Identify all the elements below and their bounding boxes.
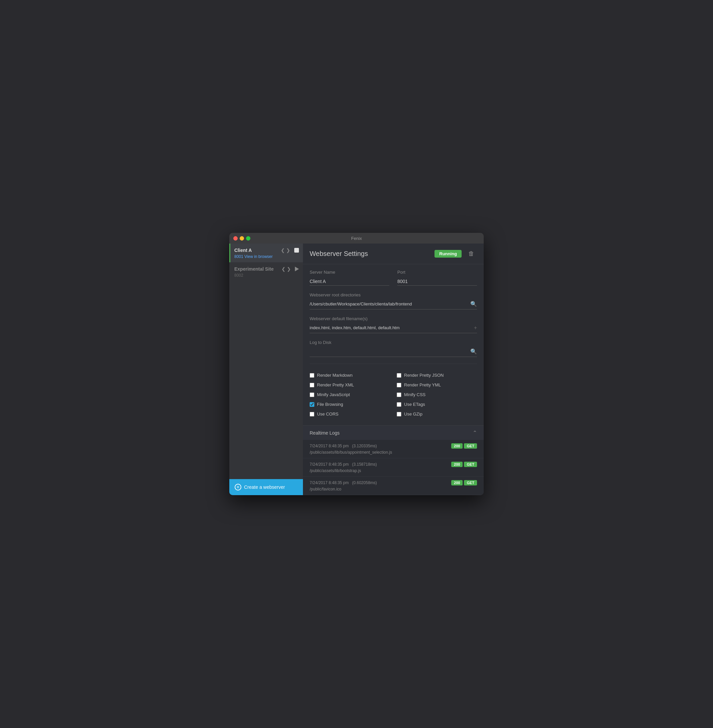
checkbox-render_pretty_json[interactable] bbox=[397, 373, 401, 378]
right-panel: Webserver Settings Running 🗑 Server Name… bbox=[303, 244, 484, 495]
traffic-lights bbox=[233, 236, 251, 241]
checkbox-render_markdown[interactable] bbox=[310, 373, 314, 378]
method-badge: GET bbox=[464, 462, 477, 467]
default-filenames-label: Webserver default filename(s) bbox=[310, 316, 477, 321]
root-dir-field: 🔍 bbox=[310, 300, 477, 310]
checkbox-use_cors[interactable] bbox=[310, 412, 314, 417]
checkbox-minify_javascript[interactable] bbox=[310, 392, 314, 397]
log-timestamp: 7/24/2017 8:48:35 pm (3.158718ms) bbox=[310, 462, 377, 467]
sidebar-icons-active: ❮ ❯ bbox=[279, 247, 299, 254]
plus-circle-icon: + bbox=[235, 484, 241, 490]
default-filenames-input[interactable] bbox=[310, 324, 474, 332]
close-button[interactable] bbox=[233, 236, 238, 241]
checkbox-item-minify_css[interactable]: Minify CSS bbox=[397, 392, 477, 397]
checkbox-item-render_pretty_yml[interactable]: Render Pretty YML bbox=[397, 383, 477, 387]
checkbox-label-minify_css: Minify CSS bbox=[404, 392, 425, 397]
checkbox-label-render_pretty_yml: Render Pretty YML bbox=[404, 383, 441, 387]
sidebar-item-port-exp: 8002 bbox=[234, 273, 299, 278]
checkbox-label-minify_javascript: Minify JavaScript bbox=[317, 392, 350, 397]
create-webserver-label: Create a webserver bbox=[244, 484, 285, 490]
main-content: Client A ❮ ❯ 8001 View in browser Experi… bbox=[229, 244, 484, 495]
collapse-logs-icon[interactable]: ⌃ bbox=[473, 430, 477, 436]
logs-header[interactable]: Realtime Logs ⌃ bbox=[303, 426, 484, 440]
default-filenames-field: + bbox=[310, 324, 477, 333]
method-badge: GET bbox=[464, 480, 477, 485]
log-to-disk-label: Log to Disk bbox=[310, 340, 477, 345]
log-badges: 200 GET bbox=[451, 462, 477, 467]
checkbox-label-render_pretty_xml: Render Pretty XML bbox=[317, 383, 354, 387]
settings-body: Server Name Port Webserver root director… bbox=[303, 264, 484, 425]
log-path: /public/favicon.ico bbox=[310, 487, 477, 491]
log-to-disk-field: 🔍 bbox=[310, 348, 477, 357]
checkbox-render_pretty_xml[interactable] bbox=[310, 383, 314, 387]
checkbox-label-use_gzip: Use GZip bbox=[404, 411, 422, 417]
checkbox-item-file_browsing[interactable]: File Browsing bbox=[310, 402, 390, 407]
root-dir-group: Webserver root directories 🔍 bbox=[310, 292, 477, 310]
checkbox-label-render_markdown: Render Markdown bbox=[317, 373, 352, 378]
delete-server-button[interactable]: 🗑 bbox=[465, 249, 477, 259]
search-icon[interactable]: 🔍 bbox=[470, 301, 477, 307]
sidebar: Client A ❮ ❯ 8001 View in browser Experi… bbox=[229, 244, 303, 495]
log-top-row: 7/24/2017 8:48:35 pm (3.158718ms) 200 GE… bbox=[310, 462, 477, 467]
checkbox-file_browsing[interactable] bbox=[310, 402, 314, 407]
checkbox-use_etags[interactable] bbox=[397, 402, 401, 407]
port-label: Port bbox=[397, 269, 477, 275]
name-port-row: Server Name Port bbox=[310, 269, 477, 286]
log-path: /public/assets/lib/bootstrap.js bbox=[310, 468, 477, 473]
log-top-row: 7/24/2017 8:48:35 pm (0.602058ms) 200 GE… bbox=[310, 480, 477, 485]
share-button-active[interactable]: ❮ ❯ bbox=[279, 247, 292, 254]
checkbox-label-render_pretty_json: Render Pretty JSON bbox=[404, 373, 444, 378]
checkbox-item-use_etags[interactable]: Use ETags bbox=[397, 402, 477, 407]
add-filename-icon[interactable]: + bbox=[474, 325, 477, 331]
logs-section: Realtime Logs ⌃ 7/24/2017 8:48:35 pm (3.… bbox=[303, 425, 484, 495]
checkbox-item-minify_javascript[interactable]: Minify JavaScript bbox=[310, 392, 390, 397]
method-badge: GET bbox=[464, 443, 477, 449]
checkbox-item-use_cors[interactable]: Use CORS bbox=[310, 411, 390, 417]
titlebar: Fenix bbox=[229, 233, 484, 244]
default-filenames-group: Webserver default filename(s) + bbox=[310, 316, 477, 333]
server-name-input[interactable] bbox=[310, 277, 389, 286]
log-entry: 7/24/2017 8:48:35 pm (3.158718ms) 200 GE… bbox=[303, 459, 484, 477]
log-badges: 200 GET bbox=[451, 480, 477, 485]
checkbox-item-render_markdown[interactable]: Render Markdown bbox=[310, 373, 390, 378]
checkbox-label-file_browsing: File Browsing bbox=[317, 402, 343, 407]
log-entry: 7/24/2017 8:48:35 pm (0.602058ms) 200 GE… bbox=[303, 477, 484, 495]
checkbox-item-render_pretty_json[interactable]: Render Pretty JSON bbox=[397, 373, 477, 378]
sidebar-item-port-active[interactable]: 8001 View in browser bbox=[234, 254, 299, 259]
settings-header: Webserver Settings Running 🗑 bbox=[303, 244, 484, 264]
create-webserver-button[interactable]: + Create a webserver bbox=[229, 479, 303, 495]
window-title: Fenix bbox=[351, 236, 362, 241]
sidebar-item-experimental[interactable]: Experimental Site ❮ ❯ 8002 bbox=[229, 262, 303, 281]
port-input[interactable] bbox=[397, 277, 477, 286]
log-to-disk-group: Log to Disk 🔍 bbox=[310, 340, 477, 357]
status-badge: 200 bbox=[451, 443, 462, 449]
log-search-icon[interactable]: 🔍 bbox=[470, 348, 477, 354]
server-name-field: Server Name bbox=[310, 269, 389, 286]
play-button-exp[interactable] bbox=[295, 266, 299, 271]
settings-title: Webserver Settings bbox=[310, 250, 431, 258]
status-badge: 200 bbox=[451, 480, 462, 485]
sidebar-item-client-a[interactable]: Client A ❮ ❯ 8001 View in browser bbox=[229, 244, 303, 262]
stop-button-active[interactable] bbox=[294, 248, 299, 253]
log-timestamp: 7/24/2017 8:48:35 pm (0.602058ms) bbox=[310, 481, 377, 485]
checkbox-use_gzip[interactable] bbox=[397, 412, 401, 417]
port-field: Port bbox=[397, 269, 477, 286]
checkbox-label-use_cors: Use CORS bbox=[317, 411, 339, 417]
log-badges: 200 GET bbox=[451, 443, 477, 449]
checkbox-render_pretty_yml[interactable] bbox=[397, 383, 401, 387]
log-to-disk-input[interactable] bbox=[310, 348, 470, 355]
server-name-label: Server Name bbox=[310, 269, 389, 275]
sidebar-item-name-active: Client A bbox=[234, 247, 252, 253]
log-timestamp: 7/24/2017 8:48:35 pm (3.120335ms) bbox=[310, 444, 377, 448]
status-badge: 200 bbox=[451, 462, 462, 467]
share-button-exp[interactable]: ❮ ❯ bbox=[280, 266, 292, 272]
checkbox-item-render_pretty_xml[interactable]: Render Pretty XML bbox=[310, 383, 390, 387]
sidebar-icons-exp: ❮ ❯ bbox=[280, 266, 299, 272]
log-path: /public/assets/lib/bus/appointment_selec… bbox=[310, 450, 477, 455]
checkbox-item-use_gzip[interactable]: Use GZip bbox=[397, 411, 477, 417]
maximize-button[interactable] bbox=[246, 236, 251, 241]
running-badge: Running bbox=[434, 250, 462, 258]
minimize-button[interactable] bbox=[240, 236, 244, 241]
checkbox-minify_css[interactable] bbox=[397, 392, 401, 397]
root-dir-input[interactable] bbox=[310, 300, 470, 308]
